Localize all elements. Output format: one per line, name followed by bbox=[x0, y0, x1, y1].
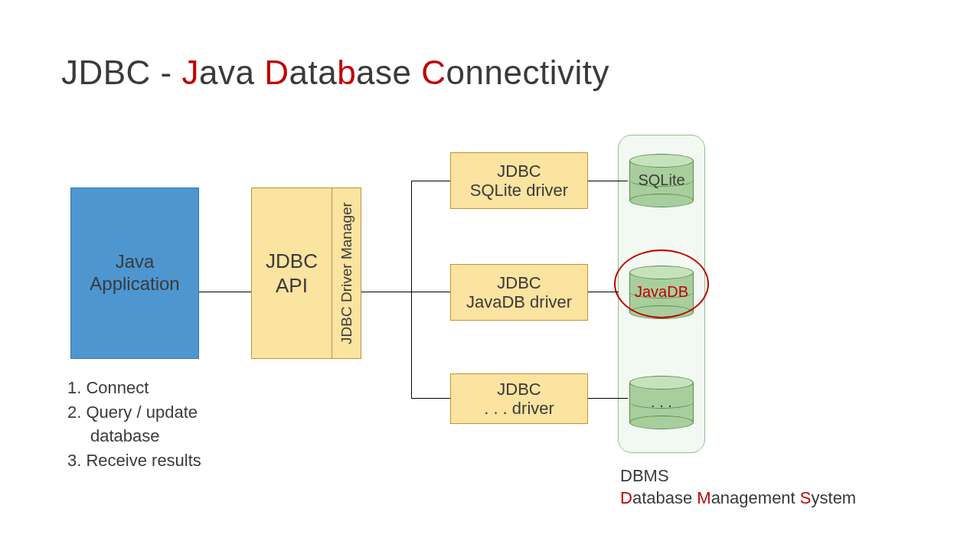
jdbc-driver-manager-label: JDBC Driver Manager bbox=[338, 202, 355, 344]
title-base-rest: ase bbox=[356, 54, 421, 91]
db-javadb-label: JavaDB bbox=[629, 283, 694, 301]
db-generic-label: . . . bbox=[629, 393, 694, 411]
connector-bus-to-drv1 bbox=[411, 181, 450, 181]
db-sqlite-label: SQLite bbox=[629, 171, 694, 189]
jdbc-javadb-driver-box: JDBC JavaDB driver bbox=[450, 264, 588, 321]
dbms-d: D bbox=[620, 488, 632, 507]
dbms-m-rest: anagement bbox=[711, 488, 800, 507]
jdbc-api-l1: JDBC bbox=[266, 249, 318, 274]
connector-drv1-to-db1 bbox=[588, 181, 628, 181]
title-db-rest: ata bbox=[289, 54, 337, 91]
title-java-rest: ava bbox=[199, 54, 264, 91]
drv2-l2: JavaDB driver bbox=[466, 292, 572, 311]
connector-app-to-api bbox=[199, 292, 251, 292]
java-app-l2: Application bbox=[90, 273, 179, 295]
title-d: D bbox=[264, 54, 289, 91]
connector-bus-vertical bbox=[411, 181, 412, 398]
steps-list: 1. Connect 2. Query / update database 3.… bbox=[67, 377, 201, 474]
jdbc-sqlite-driver-box: JDBC SQLite driver bbox=[450, 152, 588, 209]
jdbc-generic-driver-box: JDBC . . . driver bbox=[450, 373, 588, 424]
connector-drv2-to-db2 bbox=[588, 292, 619, 292]
step-3: 3. Receive results bbox=[67, 449, 201, 472]
java-application-box: Java Application bbox=[70, 187, 199, 359]
dbms-caption: DBMS Database Management System bbox=[620, 465, 856, 509]
dbms-s: S bbox=[800, 488, 812, 507]
title-c: C bbox=[421, 54, 446, 91]
title-j: J bbox=[182, 54, 200, 91]
drv2-l1: JDBC bbox=[497, 273, 541, 292]
connector-bus-to-drv2 bbox=[411, 292, 450, 292]
title-b: b bbox=[337, 54, 356, 91]
dbms-abbrev: DBMS bbox=[620, 465, 856, 487]
dbms-container: SQLite JavaDB . . . bbox=[618, 135, 705, 453]
database-javadb: JavaDB bbox=[629, 266, 694, 313]
dbms-m: M bbox=[697, 488, 710, 507]
database-sqlite: SQLite bbox=[629, 154, 694, 201]
database-generic: . . . bbox=[629, 376, 694, 423]
jdbc-api-box: JDBC API bbox=[251, 187, 332, 359]
title-prefix: JDBC - bbox=[61, 54, 182, 91]
jdbc-driver-manager-box: JDBC Driver Manager bbox=[332, 187, 361, 359]
jdbc-api-l2: API bbox=[276, 273, 308, 298]
step-2: 2. Query / update bbox=[67, 401, 201, 424]
diagram-stage: JDBC - Java Database Connectivity Java A… bbox=[0, 0, 980, 551]
title-conn-rest: onnectivity bbox=[446, 54, 609, 91]
drv3-l1: JDBC bbox=[497, 380, 541, 399]
dbms-d-rest: atabase bbox=[632, 488, 697, 507]
java-app-l1: Java bbox=[116, 251, 155, 273]
step-1: 1. Connect bbox=[67, 377, 201, 399]
drv1-l1: JDBC bbox=[497, 161, 541, 181]
step-2b: database bbox=[67, 425, 201, 448]
drv1-l2: SQLite driver bbox=[470, 181, 568, 200]
connector-drv3-to-db3 bbox=[588, 398, 628, 399]
drv3-l2: . . . driver bbox=[484, 399, 554, 418]
connector-api-to-bus bbox=[361, 292, 411, 292]
slide-title: JDBC - Java Database Connectivity bbox=[61, 54, 609, 92]
dbms-s-rest: ystem bbox=[812, 488, 857, 507]
connector-bus-to-drv3 bbox=[411, 398, 450, 399]
dbms-expanded: Database Management System bbox=[620, 487, 856, 510]
